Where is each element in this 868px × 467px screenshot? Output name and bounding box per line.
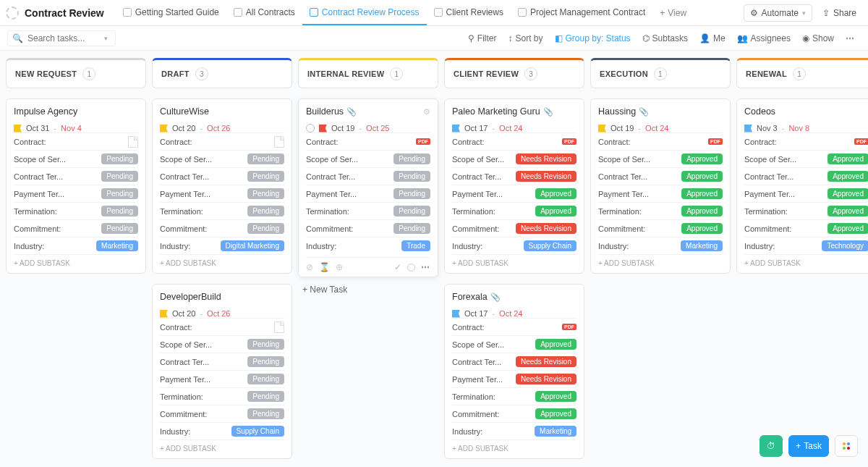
flag-icon[interactable]: [744, 125, 752, 132]
status-pill[interactable]: Pending: [393, 188, 430, 199]
add-subtask-button[interactable]: + ADD SUBTASK: [744, 254, 868, 269]
more-icon[interactable]: ⋯: [421, 262, 430, 272]
hourglass-icon[interactable]: ⌛: [319, 262, 330, 272]
assignees-button[interactable]: 👥Assignees: [731, 33, 796, 43]
pdf-icon[interactable]: PDF: [708, 138, 723, 145]
pdf-icon[interactable]: PDF: [562, 324, 576, 330]
filter-button[interactable]: ⚲Filter: [462, 33, 503, 43]
status-pill[interactable]: Approved: [535, 391, 576, 402]
status-pill[interactable]: Needs Revision: [516, 356, 576, 367]
status-pill[interactable]: Approved: [535, 408, 576, 419]
flag-icon[interactable]: [14, 125, 22, 132]
status-pill[interactable]: Approved: [827, 206, 868, 216]
status-pill[interactable]: Approved: [681, 171, 723, 182]
status-pill[interactable]: Pending: [247, 188, 284, 199]
tab-project-management[interactable]: Project Management Contract: [511, 0, 652, 25]
status-pill[interactable]: Pending: [247, 391, 284, 402]
status-pill[interactable]: Pending: [247, 408, 284, 419]
status-pill[interactable]: Approved: [535, 188, 576, 199]
status-pill[interactable]: Pending: [247, 206, 284, 216]
status-pill[interactable]: Pending: [247, 223, 284, 234]
share-button[interactable]: ⇪ Share: [817, 5, 862, 21]
circle-icon[interactable]: [407, 264, 415, 272]
add-view-button[interactable]: +View: [652, 8, 694, 18]
industry-pill[interactable]: Marketing: [681, 240, 723, 251]
industry-pill[interactable]: Technology: [822, 240, 868, 251]
column-header[interactable]: RENEWAL 1: [736, 58, 868, 88]
column-header[interactable]: NEW REQUEST 1: [6, 58, 146, 88]
status-pill[interactable]: Approved: [681, 188, 723, 199]
tag-icon[interactable]: ⊘: [306, 262, 313, 272]
status-pill[interactable]: Pending: [247, 171, 284, 182]
status-pill[interactable]: Pending: [247, 339, 284, 350]
flag-icon[interactable]: [160, 125, 168, 132]
status-pill[interactable]: Pending: [247, 356, 284, 367]
status-pill[interactable]: Approved: [827, 188, 868, 199]
add-subtask-button[interactable]: + ADD SUBTASK: [14, 254, 138, 269]
apps-fab[interactable]: [835, 435, 858, 457]
status-pill[interactable]: Pending: [393, 206, 430, 216]
card-paleo[interactable]: Paleo Marketing Guru📎 Oct 17-Oct 24 Cont…: [444, 98, 584, 274]
search-input[interactable]: [27, 33, 100, 43]
card-developerbuild[interactable]: DeveloperBuild Oct 20-Oct 26 Contract: S…: [152, 284, 292, 459]
card-forexala[interactable]: Forexala📎 Oct 17-Oct 24 Contract:PDF Sco…: [444, 284, 584, 459]
status-pill[interactable]: Pending: [393, 153, 430, 164]
column-header[interactable]: INTERNAL REVIEW 1: [298, 58, 438, 88]
card-codeos[interactable]: Codeos Nov 3-Nov 8 Contract:PDF Scope of…: [736, 98, 868, 274]
status-pill[interactable]: Approved: [681, 153, 723, 164]
group-button[interactable]: ◧Group by: Status: [549, 33, 637, 43]
status-pill[interactable]: Approved: [827, 171, 868, 182]
status-pill[interactable]: Approved: [681, 206, 723, 216]
status-pill[interactable]: Approved: [535, 339, 576, 350]
add-subtask-button[interactable]: + ADD SUBTASK: [452, 254, 576, 269]
flag-icon[interactable]: [160, 310, 168, 318]
show-button[interactable]: ◉Show: [796, 33, 840, 43]
link-icon[interactable]: ⊕: [336, 262, 343, 272]
status-pill[interactable]: Needs Revision: [516, 223, 576, 234]
status-pill[interactable]: Pending: [101, 223, 138, 234]
status-pill[interactable]: Pending: [101, 206, 138, 216]
column-header[interactable]: EXECUTION 1: [590, 58, 731, 88]
card-impulse-agency[interactable]: Impulse Agency Oct 31-Nov 4 Contract: Sc…: [6, 98, 146, 274]
industry-pill[interactable]: Marketing: [535, 426, 576, 437]
industry-pill[interactable]: Marketing: [96, 240, 138, 251]
industry-pill[interactable]: Supply Chain: [231, 426, 284, 437]
flag-icon[interactable]: [452, 125, 460, 132]
add-subtask-button[interactable]: + ADD SUBTASK: [160, 439, 284, 454]
status-pill[interactable]: Pending: [393, 171, 430, 182]
industry-pill[interactable]: Supply Chain: [524, 240, 576, 251]
status-pill[interactable]: Approved: [827, 153, 868, 164]
pdf-icon[interactable]: PDF: [854, 138, 868, 145]
new-task-fab[interactable]: +Task: [788, 435, 829, 457]
status-pill[interactable]: Needs Revision: [516, 374, 576, 384]
tab-getting-started[interactable]: Getting Started Guide: [116, 0, 226, 25]
add-subtask-button[interactable]: + ADD SUBTASK: [160, 254, 284, 269]
card-builderus[interactable]: Builderus📎 ⚙ Oct 19-Oct 25 Contract:PDF …: [298, 98, 438, 277]
column-header[interactable]: CLIENT REVIEW 3: [444, 58, 584, 88]
check-icon[interactable]: ✓: [394, 262, 401, 272]
flag-icon[interactable]: [319, 125, 327, 132]
industry-pill[interactable]: Digital Marketing: [221, 240, 284, 251]
subtasks-button[interactable]: ⌬Subtasks: [637, 33, 694, 43]
tab-contract-review-process[interactable]: Contract Review Process: [302, 0, 427, 25]
status-pill[interactable]: Pending: [247, 374, 284, 384]
status-pill[interactable]: Needs Revision: [516, 171, 576, 182]
me-button[interactable]: 👤Me: [694, 33, 731, 43]
status-pill[interactable]: Pending: [101, 188, 138, 199]
new-task-button[interactable]: + New Task: [298, 277, 438, 302]
status-pill[interactable]: Pending: [101, 153, 138, 164]
status-pill[interactable]: Pending: [393, 223, 430, 234]
status-pill[interactable]: Approved: [681, 223, 723, 234]
tab-all-contracts[interactable]: All Contracts: [226, 0, 302, 25]
chevron-down-icon[interactable]: ▾: [104, 35, 108, 42]
column-header[interactable]: DRAFT 3: [152, 58, 292, 88]
add-subtask-button[interactable]: + ADD SUBTASK: [598, 254, 723, 269]
card-haussing[interactable]: Haussing📎 Oct 19-Oct 24 Contract:PDF Sco…: [590, 98, 731, 274]
status-pill[interactable]: Approved: [827, 223, 868, 234]
document-icon[interactable]: [274, 136, 284, 148]
flag-icon[interactable]: [598, 125, 606, 132]
search-wrap[interactable]: 🔍 ▾: [7, 30, 116, 46]
pdf-icon[interactable]: PDF: [562, 138, 576, 145]
add-subtask-button[interactable]: + ADD SUBTASK: [452, 439, 576, 454]
timer-fab[interactable]: ⏱: [760, 435, 783, 457]
